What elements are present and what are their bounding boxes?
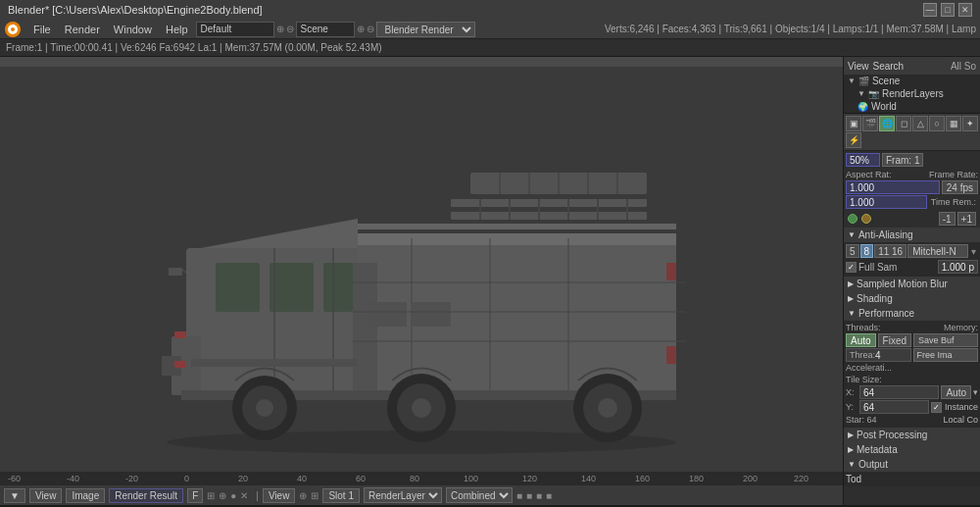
tab-world[interactable]: 🌐 <box>879 116 895 131</box>
blender-logo-icon <box>4 21 22 38</box>
fps-dropdown[interactable]: 24 fps <box>942 180 978 194</box>
free-ima-btn[interactable]: Free Ima <box>913 348 979 362</box>
tab-particles[interactable]: ✦ <box>962 116 978 131</box>
mb-label: Sampled Motion Blur <box>857 279 948 289</box>
aa-content: 5 8 11 16 Mitchell-N ▾ Full Sam 1.000 p <box>844 242 980 277</box>
scene-field[interactable] <box>296 22 355 37</box>
tab-scene[interactable]: 🎬 <box>862 116 878 131</box>
viewport[interactable]: -60 -40 -20 0 20 40 60 80 100 120 140 16… <box>0 57 843 505</box>
orange-circle <box>861 214 871 224</box>
thread-count-val: 4 <box>875 350 881 361</box>
tab-physics[interactable]: ⚡ <box>846 132 861 148</box>
aa-filter-btn[interactable]: Mitchell-N <box>907 244 968 258</box>
fullsam-checkbox[interactable] <box>846 262 857 273</box>
slot-btn[interactable]: Slot 1 <box>322 488 360 503</box>
aspect-y-field[interactable]: 1.000 <box>846 195 927 209</box>
renderer-dropdown[interactable]: Blender Render <box>376 22 475 37</box>
properties-content: 50% Fram: 1 Aspect Rat: Frame Rate: 1.00… <box>844 151 980 505</box>
threads-label: Threads: <box>846 323 881 332</box>
thread-count-field[interactable]: Threa: 4 <box>846 348 911 362</box>
tab-render[interactable]: ▣ <box>846 116 861 131</box>
menu-window[interactable]: Window <box>108 22 158 37</box>
ruler-160: 160 <box>635 474 650 483</box>
postproc-header[interactable]: ▶ Post Processing <box>844 428 980 442</box>
tile-y-field[interactable]: 64 <box>859 400 929 414</box>
title-bar-controls: — □ ✕ <box>923 3 972 17</box>
ruler-140: 140 <box>581 474 596 483</box>
ruler-bar: -60 -40 -20 0 20 40 60 80 100 120 140 16… <box>0 472 843 485</box>
frame-display[interactable]: Fram: 1 <box>882 153 923 167</box>
output-label: Output <box>858 459 888 470</box>
star-label: Star: 64 <box>846 415 877 425</box>
tab-object[interactable]: ◻ <box>896 116 911 131</box>
output-triangle: ▼ <box>848 460 856 469</box>
fixed-btn[interactable]: Fixed <box>878 333 911 347</box>
meta-label: Metadata <box>857 444 898 455</box>
menu-render[interactable]: Render <box>59 22 106 37</box>
tile-x-field[interactable]: 64 <box>859 385 939 399</box>
view-menu-btn[interactable]: ▼ <box>4 488 25 503</box>
aa-5-btn[interactable]: 5 <box>846 244 859 258</box>
tile-x-row: X: 64 Auto ▾ <box>846 385 978 399</box>
layout-field[interactable] <box>196 22 274 37</box>
auto-dropdown-btn[interactable]: Auto <box>941 385 971 399</box>
thread-mode-row: Auto Fixed Save Buf <box>846 333 978 347</box>
viewport-statusbar: ▼ View Image Render Result F ⊞ ⊕ ● ✕ | V… <box>0 485 843 505</box>
outliner-filter-btn[interactable]: All So <box>951 61 976 72</box>
plus1-btn[interactable]: +1 <box>957 212 976 226</box>
tile-x-label: X: <box>846 387 858 397</box>
outliner-search-btn[interactable]: Search <box>873 61 905 72</box>
triangle-scene: ▼ <box>848 76 856 85</box>
view-label[interactable]: View <box>29 488 63 503</box>
info-text: Frame:1 | Time:00:00.41 | Ve:6246 Fa:694… <box>6 42 382 53</box>
resolution-percent[interactable]: 50% <box>846 153 880 167</box>
metadata-header[interactable]: ▶ Metadata <box>844 442 980 457</box>
auto-btn[interactable]: Auto <box>846 333 876 347</box>
icon-zoom: ⊕ <box>219 490 226 501</box>
title-bar: Blender* [C:\Users\Alex\Desktop\Engine2B… <box>0 0 980 20</box>
tab-material[interactable]: ○ <box>929 116 945 131</box>
instance-checkbox[interactable] <box>931 402 942 413</box>
maximize-button[interactable]: □ <box>941 3 955 17</box>
menu-bar: File Render Window Help ⊕ ⊖ ⊕ ⊖ Blender … <box>0 20 980 39</box>
render-result-btn[interactable]: Render Result <box>109 488 183 503</box>
scene-item-scene[interactable]: ▼ 🎬 Scene <box>844 75 980 87</box>
icon-col2: ■ <box>526 490 532 501</box>
triangle-rl: ▼ <box>858 89 865 98</box>
image-label[interactable]: Image <box>66 488 105 503</box>
scene-item-renderlayers[interactable]: ▼ 📷 RenderLayers <box>844 87 980 100</box>
view-btn-2[interactable]: View <box>263 488 296 503</box>
aa-1116-btn[interactable]: 11 16 <box>874 244 906 258</box>
aspect-x-field[interactable]: 1.000 <box>846 180 940 194</box>
aa-8-btn[interactable]: 8 <box>860 244 874 258</box>
combined-dropdown[interactable]: Combined <box>446 487 513 503</box>
svg-rect-52 <box>666 346 676 364</box>
outliner-view-btn[interactable]: View <box>848 61 869 72</box>
tab-texture[interactable]: ▦ <box>946 116 961 131</box>
scene-item-world[interactable]: 🌍 World <box>844 100 980 113</box>
minus1-btn[interactable]: -1 <box>939 212 956 226</box>
menu-file[interactable]: File <box>27 22 57 37</box>
menu-help[interactable]: Help <box>160 22 194 37</box>
time-rem-label: Time Rem.: <box>929 195 978 209</box>
world-label: World <box>871 101 897 112</box>
f-button[interactable]: F <box>187 488 203 503</box>
star-row: Star: 64 Local Co <box>846 415 978 425</box>
motion-blur-header[interactable]: ▶ Sampled Motion Blur <box>844 277 980 291</box>
close-button[interactable]: ✕ <box>958 3 972 17</box>
performance-header[interactable]: ▼ Performance <box>844 306 980 321</box>
aa-section-header[interactable]: ▼ Anti-Aliasing <box>844 228 980 242</box>
tab-mesh[interactable]: △ <box>912 116 928 131</box>
memory-label: Memory: <box>944 323 978 332</box>
shading-label: Shading <box>857 293 893 304</box>
shading-header[interactable]: ▶ Shading <box>844 291 980 306</box>
render-layer-dropdown[interactable]: RenderLayer <box>364 487 442 503</box>
tile-y-row: Y: 64 Instance <box>846 400 978 414</box>
fullsam-value[interactable]: 1.000 p <box>938 260 978 274</box>
stats-text: Verts:6,246 | Faces:4,363 | Tris:9,661 |… <box>605 24 976 34</box>
thread-count-row: Threa: 4 Free Ima <box>846 348 978 362</box>
savebuf-btn[interactable]: Save Buf <box>913 333 978 347</box>
output-header[interactable]: ▼ Output <box>844 457 980 472</box>
minimize-button[interactable]: — <box>923 3 937 17</box>
thread-mem-labels: Threads: Memory: <box>846 323 978 332</box>
